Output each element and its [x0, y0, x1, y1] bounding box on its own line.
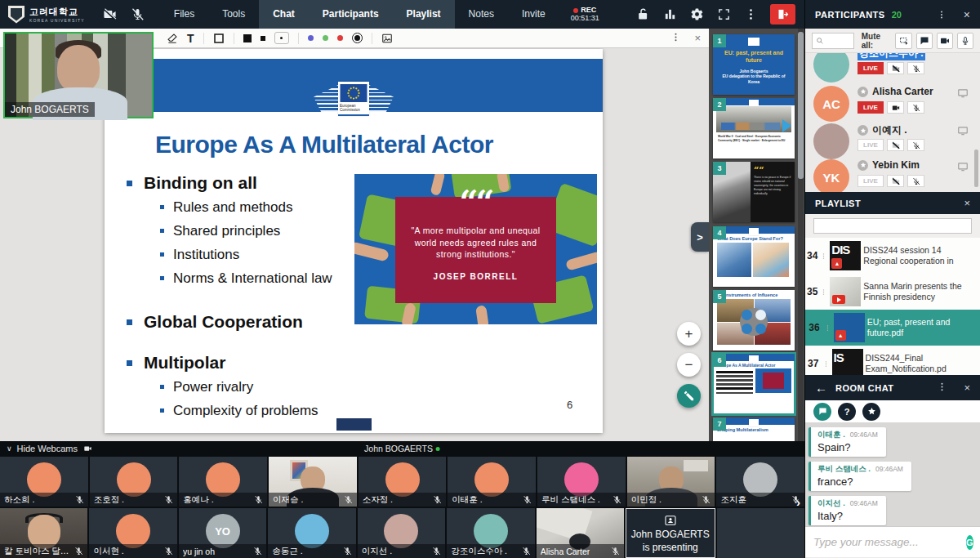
webcam-tile-video[interactable]: 칼 토비아스 달크비스... — [0, 508, 87, 558]
item-kebab-icon[interactable] — [820, 284, 827, 299]
color-red[interactable] — [337, 35, 343, 41]
playlist-close-icon[interactable]: × — [964, 197, 970, 209]
mic-off-icon[interactable] — [124, 0, 152, 29]
playlist-item-selected[interactable]: 36 ▲ EU; past, present and future.pdf — [805, 310, 980, 346]
mic-off-chip[interactable] — [907, 175, 924, 187]
item-kebab-icon[interactable] — [824, 320, 831, 335]
settings-gear-icon[interactable] — [689, 0, 704, 29]
webcam-tile-video[interactable]: 이민정 . — [627, 457, 715, 507]
chat-all-button[interactable] — [916, 33, 933, 49]
color-blue[interactable] — [308, 35, 314, 41]
playlist-item[interactable]: 35 Sanna Marin presents the Finnish pres… — [805, 274, 980, 310]
chevron-down-icon[interactable]: ∨ — [7, 444, 12, 453]
color-black-selected[interactable] — [352, 33, 363, 43]
text-tool[interactable]: T — [187, 32, 194, 45]
menu-notes[interactable]: Notes — [455, 0, 508, 29]
fullscreen-icon[interactable] — [716, 0, 731, 29]
back-arrow-icon[interactable]: ← — [815, 381, 827, 395]
webcam-tile[interactable]: 루비 스탬네스 . — [537, 457, 626, 507]
screen-icon[interactable] — [957, 161, 969, 176]
webcam-tile[interactable]: 홍예나 . — [179, 457, 267, 507]
toolbar-more-icon[interactable] — [670, 31, 681, 46]
thumbnail-slide-1[interactable]: 1 EU: past, present and future John Boga… — [713, 34, 795, 95]
mic-off-chip[interactable] — [907, 139, 924, 151]
webcam-tile[interactable]: 소자정 . — [359, 457, 447, 507]
thumbnail-scrollbar[interactable] — [798, 32, 804, 179]
item-kebab-icon[interactable] — [820, 248, 827, 263]
scroll-webcams-next-icon[interactable]: › — [796, 495, 800, 509]
participant-row[interactable]: AC Alisha Carter LIVE — [805, 84, 980, 122]
camera-off-chip[interactable] — [887, 175, 904, 187]
webcam-tile[interactable]: 이태훈 . — [448, 457, 536, 507]
thumbnail-slide-7[interactable]: 7 Shaping Multilateralism — [713, 417, 795, 441]
camera-on-chip[interactable] — [887, 101, 904, 114]
participant-row[interactable]: 강조이스수아 . LIVE — [805, 53, 980, 83]
webcam-tile-video[interactable]: Alisha Carter — [537, 508, 624, 558]
insert-image-icon[interactable] — [381, 33, 393, 44]
help-button[interactable]: ? — [838, 403, 856, 421]
playlist-item[interactable]: 37 IS DISS244_Final Exam_Notification.pd — [805, 346, 980, 375]
color-green[interactable] — [323, 35, 328, 41]
toolbar-close-icon[interactable]: × — [694, 32, 701, 44]
webcam-tile[interactable]: YO yu jin oh — [179, 508, 266, 558]
thumbnail-slide-2[interactable]: 2 World War II · Coal and Steel · Europe… — [713, 98, 795, 158]
zoom-out-button[interactable]: − — [677, 353, 701, 377]
participants-close-icon[interactable]: × — [964, 8, 970, 21]
screen-icon[interactable] — [957, 125, 969, 140]
participant-scrollbar[interactable] — [974, 150, 978, 187]
stroke-size-large[interactable] — [243, 34, 252, 42]
thumbnail-slide-6-current[interactable]: 6 Europe As A Multilateral Actor — [713, 354, 795, 414]
playlist-item[interactable]: 34 DIS▲ DISS244 session 14 Regional coop… — [805, 238, 980, 274]
chat-bubble-button[interactable] — [813, 403, 831, 421]
thumbnail-slide-5[interactable]: 5 EU Instruments of Influence — [713, 290, 795, 350]
more-kebab-icon[interactable] — [743, 0, 758, 29]
lock-icon[interactable] — [635, 0, 650, 29]
mic-all-button[interactable] — [957, 33, 973, 49]
menu-files[interactable]: Files — [160, 0, 208, 29]
menu-tools[interactable]: Tools — [208, 0, 259, 29]
menu-chat[interactable]: Chat — [259, 0, 309, 29]
item-kebab-icon[interactable] — [822, 356, 830, 371]
mic-off-chip[interactable] — [907, 101, 924, 114]
stroke-size-medium[interactable] — [261, 36, 265, 41]
hide-webcams-toggle[interactable]: Hide Webcams — [17, 444, 78, 453]
leave-room-button[interactable] — [770, 4, 795, 25]
menu-playlist[interactable]: Playlist — [393, 0, 455, 29]
star-button[interactable] — [862, 403, 880, 421]
participant-search-input[interactable] — [812, 33, 854, 49]
webcam-tile[interactable]: 조지훈 — [716, 457, 804, 507]
screen-icon[interactable] — [957, 87, 969, 102]
playlist-search-input[interactable] — [813, 218, 972, 234]
webcam-tile[interactable]: 송동근 . — [268, 508, 355, 558]
webcam-tile[interactable]: 강조이스수아 . — [447, 508, 534, 558]
participant-row[interactable]: YK Yebin Kim LIVE — [805, 158, 980, 192]
select-view-button[interactable] — [895, 33, 911, 49]
mic-off-chip[interactable] — [907, 62, 924, 74]
thumbnail-slide-4[interactable]: 4 What Does Europe Stand For? — [713, 226, 795, 287]
participant-row[interactable]: 이예지 . LIVE — [805, 122, 980, 159]
collapse-thumbnails-tab[interactable]: > — [691, 222, 709, 252]
camera-all-button[interactable] — [937, 33, 953, 49]
webcam-tile-video[interactable]: 이재승 . — [269, 457, 357, 507]
stroke-size-small-selected[interactable] — [274, 32, 289, 44]
eraser-tool-icon[interactable] — [167, 33, 178, 44]
stats-icon[interactable] — [662, 0, 677, 29]
chat-message-input[interactable] — [813, 536, 960, 548]
menu-invite[interactable]: Invite — [508, 0, 559, 29]
webcam-tile[interactable]: 하소희 . — [0, 457, 88, 507]
presenter-webcam[interactable]: John BOGAERTS — [3, 32, 154, 118]
shape-tool-icon[interactable] — [213, 33, 225, 44]
camera-off-chip[interactable] — [887, 139, 904, 151]
pen-tool-button[interactable] — [677, 384, 701, 408]
webcam-tile[interactable]: 이서현 . — [89, 508, 176, 558]
camera-off-icon[interactable] — [96, 0, 124, 29]
menu-participants[interactable]: Participants — [309, 0, 393, 29]
zoom-in-button[interactable]: + — [677, 322, 701, 346]
chat-more-icon[interactable] — [937, 381, 947, 395]
chat-close-icon[interactable]: × — [964, 382, 970, 394]
participants-more-icon[interactable] — [936, 0, 947, 29]
webcam-tile[interactable]: 조호정 . — [90, 457, 178, 507]
webcam-tile[interactable]: 이지선 . — [358, 508, 445, 558]
thumbnail-slide-3[interactable]: 3 ““There is no peace in Europe if state… — [713, 162, 795, 222]
camera-off-chip[interactable] — [887, 62, 904, 74]
